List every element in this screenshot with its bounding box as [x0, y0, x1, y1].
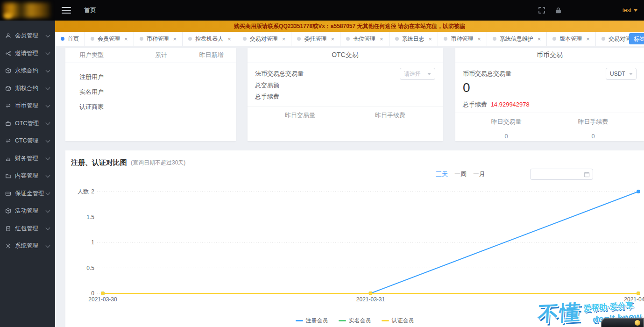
- divider: [455, 113, 644, 113]
- tab-1[interactable]: 会员管理×: [85, 32, 134, 46]
- tab-10[interactable]: 版本管理×: [547, 32, 596, 46]
- fullscreen-icon[interactable]: [538, 6, 546, 14]
- table-row: 认证商家: [65, 100, 236, 114]
- chart-canvas: 00.511.52人数2021-03-302021-03-312021-04-0…: [65, 182, 644, 305]
- sidebar-item-label: 财务管理: [15, 155, 38, 163]
- sidebar-item-11[interactable]: 红包管理: [0, 220, 55, 238]
- svg-text:0.5: 0.5: [86, 265, 94, 271]
- chevron-down-icon: [46, 173, 50, 178]
- sidebar-item-5[interactable]: OTC管理: [0, 115, 55, 133]
- tag-options-button[interactable]: 标签选项: [629, 33, 644, 44]
- sidebar-item-8[interactable]: 内容管理: [0, 167, 55, 185]
- sidebar-item-label: OTC管理: [15, 120, 39, 128]
- tab-status-dot: [188, 37, 192, 41]
- tab-status-dot: [552, 37, 556, 41]
- range-link-0[interactable]: 三天: [436, 170, 448, 178]
- main-content: 用户类型 累计 昨日新增 注册用户实名用户认证商家 OTC交易 法币交易总交易量…: [55, 46, 644, 327]
- cube-icon: [5, 68, 12, 74]
- tab-7[interactable]: 系统日志×: [389, 32, 439, 46]
- invite-share-icon: [5, 50, 12, 57]
- sidebar-item-label: 邀请管理: [15, 50, 38, 57]
- close-icon[interactable]: ×: [331, 36, 334, 43]
- tab-status-dot: [91, 37, 94, 41]
- svg-text:2021-03-31: 2021-03-31: [356, 296, 385, 303]
- sidebar-item-12[interactable]: 系统管理: [0, 237, 55, 255]
- tab-3[interactable]: 控盘机器人×: [183, 32, 237, 46]
- tab-2[interactable]: 币种管理×: [134, 32, 183, 46]
- notice-bar: 购买商用版请联系QQ23351778或Vx：a5587057 无其他任何途径 请…: [55, 21, 644, 32]
- sidebar-item-9[interactable]: 保证金管理: [0, 185, 55, 203]
- range-link-2[interactable]: 一月: [473, 170, 485, 178]
- chevron-down-icon: [46, 226, 50, 230]
- range-link-1[interactable]: 一周: [454, 170, 467, 178]
- svg-text:1.5: 1.5: [86, 214, 94, 220]
- legend-swatch: [382, 320, 389, 321]
- tab-0[interactable]: 首页: [55, 32, 85, 46]
- tab-status-dot: [444, 37, 447, 41]
- chart-panel: 注册、认证对比图 (查询日期不超过30天) 三天一周一月 00.511.52人数…: [65, 150, 644, 327]
- tab-8[interactable]: 币种管理×: [438, 32, 487, 46]
- finance-chart-icon: [5, 155, 12, 162]
- svg-text:2021-04-01: 2021-04-01: [624, 296, 644, 303]
- tabs-list: 首页会员管理×币种管理×控盘机器人×交易对管理×委托管理×仓位管理×系统日志×币…: [55, 32, 644, 46]
- sidebar-item-7[interactable]: 财务管理: [0, 150, 55, 168]
- tab-label: 仓位管理: [353, 35, 375, 43]
- sidebar-item-6[interactable]: CTC管理: [0, 132, 55, 150]
- close-icon[interactable]: ×: [282, 36, 286, 43]
- tab-status-dot: [140, 37, 143, 41]
- tab-9[interactable]: 系统信息维护×: [487, 32, 547, 46]
- sidebar-item-10[interactable]: 活动管理: [0, 202, 55, 220]
- close-icon[interactable]: ×: [380, 36, 383, 43]
- col-yesterday-new: 昨日新增: [187, 51, 236, 59]
- tab-status-dot: [61, 37, 64, 41]
- legend-item-0[interactable]: 注册会员: [296, 317, 328, 325]
- close-icon[interactable]: ×: [586, 36, 590, 43]
- tab-6[interactable]: 仓位管理×: [340, 32, 389, 46]
- sidebar-item-label: 内容管理: [15, 172, 38, 180]
- tab-5[interactable]: 委托管理×: [291, 32, 340, 46]
- coin-currency-select[interactable]: USDT: [606, 68, 637, 80]
- sidebar-item-label: 保证金管理: [15, 190, 44, 198]
- date-range-input[interactable]: [530, 169, 593, 180]
- close-icon[interactable]: ×: [227, 36, 231, 43]
- sidebar-item-2[interactable]: 永续合约: [0, 62, 55, 80]
- coin-trade-panel: 币币交易 币币交易总交易量 USDT 0 总手续费 14.929942978 昨…: [455, 48, 644, 141]
- select-placeholder: 请选择: [404, 70, 421, 78]
- close-icon[interactable]: ×: [429, 36, 432, 43]
- user-table-body: 注册用户实名用户认证商家: [65, 70, 236, 114]
- otc-panel: OTC交易 法币交易总交易量 请选择 总交易额 总手续费 昨日交易量 昨日手续费: [248, 48, 443, 141]
- lock-icon[interactable]: [554, 6, 563, 14]
- sidebar-item-label: 红包管理: [15, 225, 38, 233]
- svg-text:1: 1: [91, 239, 94, 246]
- otc-yesterday-fee-label: 昨日手续费: [345, 111, 435, 120]
- sidebar-item-4[interactable]: 币币管理: [0, 97, 55, 115]
- close-icon[interactable]: ×: [538, 36, 541, 43]
- chart-title: 注册、认证对比图: [71, 158, 127, 167]
- close-icon[interactable]: ×: [477, 36, 481, 43]
- chevron-down-icon: [46, 103, 50, 107]
- user-menu[interactable]: test: [623, 7, 637, 14]
- close-icon[interactable]: ×: [173, 36, 177, 43]
- calendar-icon: [584, 171, 590, 178]
- chevron-down-icon: [46, 138, 50, 142]
- caret-down-icon: [634, 9, 637, 12]
- chevron-down-icon: [46, 121, 50, 125]
- row-label: 实名用户: [65, 88, 135, 96]
- otc-currency-select[interactable]: 请选择: [400, 68, 435, 80]
- tabs-bar: 首页会员管理×币种管理×控盘机器人×交易对管理×委托管理×仓位管理×系统日志×币…: [55, 32, 644, 46]
- tab-4[interactable]: 交易对管理×: [237, 32, 292, 46]
- svg-text:2021-03-30: 2021-03-30: [88, 296, 117, 303]
- app-logo[interactable]: [0, 0, 55, 21]
- legend-item-1[interactable]: 实名会员: [339, 317, 371, 325]
- sidebar-item-3[interactable]: 期权合约: [0, 80, 55, 98]
- sidebar-item-1[interactable]: 邀请管理: [0, 45, 55, 63]
- cube-icon: [5, 208, 12, 214]
- chevron-down-icon: [46, 50, 50, 55]
- close-icon[interactable]: ×: [124, 36, 128, 43]
- menu-toggle-icon[interactable]: [62, 5, 71, 15]
- sidebar-item-0[interactable]: 会员管理: [0, 27, 55, 45]
- topbar-home-link[interactable]: 首页: [84, 6, 96, 14]
- row-label: 注册用户: [65, 73, 135, 81]
- tab-status-dot: [346, 37, 350, 41]
- legend-item-2[interactable]: 认证会员: [382, 317, 414, 325]
